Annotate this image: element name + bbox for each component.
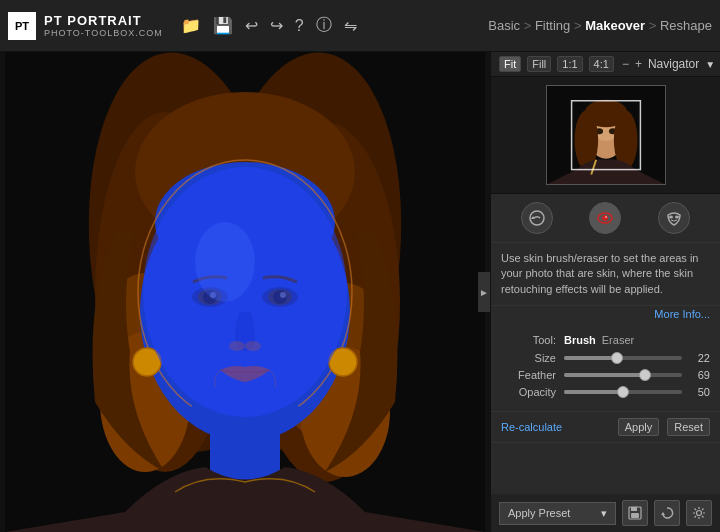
eraser-btn[interactable]: Eraser (602, 334, 634, 346)
feather-slider-row: Feather 69 (501, 369, 710, 381)
svg-rect-47 (631, 507, 637, 511)
brush-eraser-group: Brush Eraser (564, 334, 634, 346)
svg-marker-49 (661, 512, 665, 515)
gear-preset-btn[interactable] (686, 500, 712, 526)
feather-slider-thumb[interactable] (639, 369, 651, 381)
breadcrumb-basic[interactable]: Basic (488, 18, 520, 33)
reset-btn[interactable]: Reset (667, 418, 710, 436)
nav-4to1-btn[interactable]: 4:1 (589, 56, 614, 72)
opacity-label: Opacity (501, 386, 556, 398)
size-slider-track[interactable] (564, 356, 682, 360)
opacity-slider-thumb[interactable] (617, 386, 629, 398)
preset-dropdown-arrow: ▾ (601, 507, 607, 520)
breadcrumb-makeover[interactable]: Makeover (585, 18, 645, 33)
save-icon[interactable]: 💾 (211, 14, 235, 37)
main-area: ► Fit Fill 1:1 4:1 − + Navigator ▼ (0, 52, 720, 532)
svg-point-50 (697, 511, 702, 516)
save-preset-icon (628, 506, 642, 520)
portrait-svg (5, 52, 485, 532)
logo-subtitle: PHOTO-TOOLBOX.COM (44, 28, 163, 38)
save-preset-btn[interactable] (622, 500, 648, 526)
zoom-decrease[interactable]: − (622, 57, 629, 71)
size-slider-row: Size 22 (501, 352, 710, 364)
svg-point-28 (195, 222, 255, 302)
reload-preset-btn[interactable] (654, 500, 680, 526)
eye-red-btn[interactable] (589, 202, 621, 234)
gear-icon (692, 506, 706, 520)
tool-type-row: Tool: Brush Eraser (501, 334, 710, 346)
logo-title: PT PORTRAIT (44, 13, 163, 28)
feather-label: Feather (501, 369, 556, 381)
recalc-row: Re-calculate Apply Reset (491, 412, 720, 443)
logo-area: PT PT PORTRAIT PHOTO-TOOLBOX.COM (8, 12, 163, 40)
zoom-increase[interactable]: + (635, 57, 642, 71)
settings-icon[interactable]: ⇋ (342, 14, 359, 37)
size-slider-fill (564, 356, 617, 360)
toolbar-icons: 📁 💾 ↩ ↪ ? ⓘ ⇋ (179, 13, 359, 38)
description-text: Use skin brush/eraser to set the areas i… (501, 252, 698, 295)
collapse-panel-arrow[interactable]: ► (478, 272, 490, 312)
apply-btn[interactable]: Apply (618, 418, 660, 436)
svg-point-42 (602, 215, 608, 221)
svg-point-43 (605, 216, 607, 218)
preset-label: Apply Preset (508, 507, 570, 519)
navigator-label: Navigator (648, 57, 699, 71)
recalculate-link[interactable]: Re-calculate (501, 421, 562, 433)
nav-thumbnail-area (491, 77, 720, 194)
info-icon[interactable]: ⓘ (314, 13, 334, 38)
undo-icon[interactable]: ↩ (243, 14, 260, 37)
opacity-slider-fill (564, 390, 623, 394)
opacity-slider-track[interactable] (564, 390, 682, 394)
mask-icon (665, 209, 683, 227)
logo-initials: PT (15, 20, 29, 32)
svg-rect-48 (631, 513, 639, 518)
topbar: PT PT PORTRAIT PHOTO-TOOLBOX.COM 📁 💾 ↩ ↪… (0, 0, 720, 52)
breadcrumb: Basic > Fitting > Makeover > Reshape (488, 18, 712, 33)
undo-circle-icon (528, 209, 546, 227)
feather-slider-track[interactable] (564, 373, 682, 377)
description-area: Use skin brush/eraser to set the areas i… (491, 243, 720, 306)
navigator-dropdown-icon[interactable]: ▼ (705, 59, 715, 70)
opacity-slider-row: Opacity 50 (501, 386, 710, 398)
help-icon[interactable]: ? (293, 15, 306, 37)
svg-point-44 (669, 216, 673, 219)
preset-dropdown[interactable]: Apply Preset ▾ (499, 502, 616, 525)
more-info-link[interactable]: More Info... (491, 306, 720, 326)
nav-fill-btn[interactable]: Fill (527, 56, 551, 72)
image-panel: ► (0, 52, 490, 532)
breadcrumb-fitting[interactable]: Fitting (535, 18, 570, 33)
eye-red-icon (596, 209, 614, 227)
breadcrumb-reshape[interactable]: Reshape (660, 18, 712, 33)
portrait-canvas[interactable] (5, 52, 485, 532)
nav-fit-btn[interactable]: Fit (499, 56, 521, 72)
feather-slider-fill (564, 373, 645, 377)
preset-bar: Apply Preset ▾ (491, 494, 720, 532)
nav-header: Fit Fill 1:1 4:1 − + Navigator ▼ (491, 52, 720, 77)
tool-icons-row (491, 194, 720, 243)
tool-controls: Tool: Brush Eraser Size 22 Feather (491, 326, 720, 412)
nav-thumbnail-image (547, 86, 665, 184)
size-slider-thumb[interactable] (611, 352, 623, 364)
nav-1to1-btn[interactable]: 1:1 (557, 56, 582, 72)
svg-point-45 (675, 216, 679, 219)
logo-text: PT PORTRAIT PHOTO-TOOLBOX.COM (44, 13, 163, 38)
size-label: Size (501, 352, 556, 364)
mask-btn[interactable] (658, 202, 690, 234)
folder-icon[interactable]: 📁 (179, 14, 203, 37)
svg-point-27 (143, 167, 347, 417)
opacity-value: 50 (690, 386, 710, 398)
nav-thumbnail[interactable] (546, 85, 666, 185)
redo-icon[interactable]: ↪ (268, 14, 285, 37)
reload-icon (660, 506, 674, 520)
tool-label: Tool: (501, 334, 556, 346)
feather-value: 69 (690, 369, 710, 381)
undo-tool-btn[interactable] (521, 202, 553, 234)
right-panel: Fit Fill 1:1 4:1 − + Navigator ▼ (490, 52, 720, 532)
logo-box: PT (8, 12, 36, 40)
brush-btn[interactable]: Brush (564, 334, 596, 346)
size-value: 22 (690, 352, 710, 364)
